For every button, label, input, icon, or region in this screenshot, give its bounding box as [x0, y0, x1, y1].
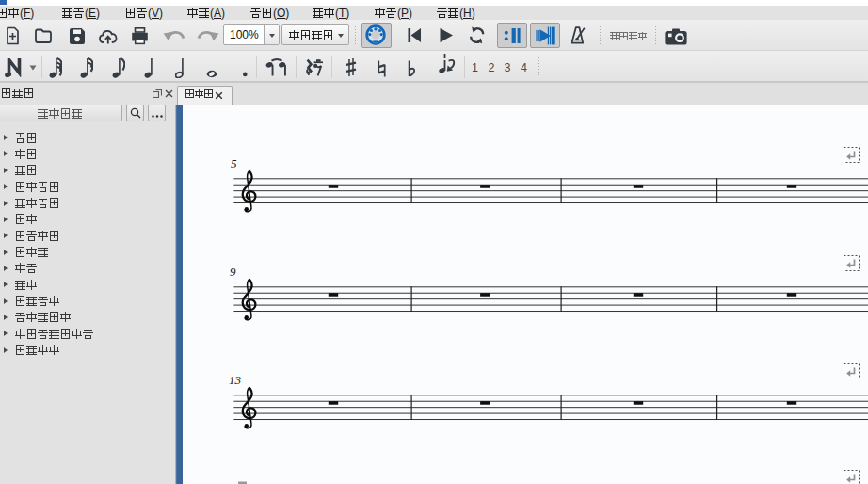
svg-text:13: 13 [229, 373, 242, 387]
svg-text:5: 5 [231, 156, 237, 170]
svg-text:9: 9 [230, 265, 236, 279]
